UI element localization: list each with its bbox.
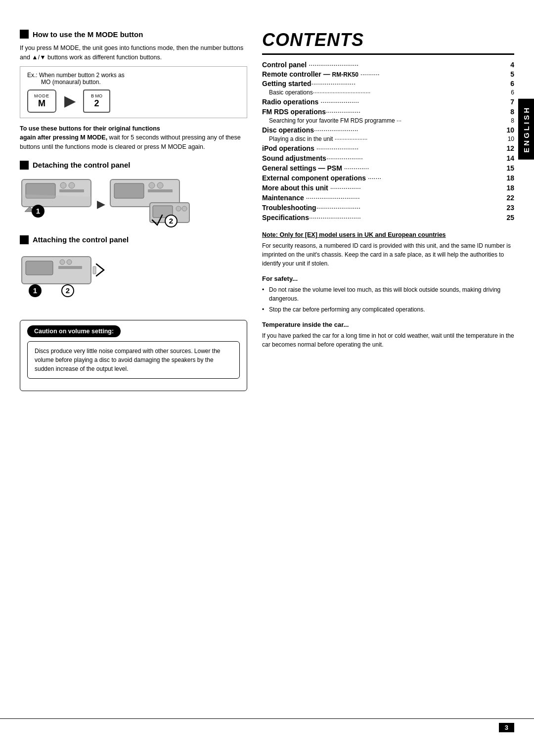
safety-title: For safety... <box>262 275 514 282</box>
safety-item-2: Stop the car before performing any compl… <box>262 305 514 314</box>
toc-page-fmrds-sub: 8 <box>511 117 514 124</box>
toc-page-maintenance: 22 <box>506 194 514 202</box>
page-number-bar: 3 <box>0 718 534 736</box>
toc-entry-external: External component operations ······· 18 <box>262 174 514 182</box>
toc-label-control-panel: Control panel ·························· <box>262 61 358 69</box>
temperature-section: Temperature inside the car... If you hav… <box>262 321 514 349</box>
mode-label: MODE <box>34 93 49 98</box>
toc-label-external: External component operations ······· <box>262 174 381 182</box>
english-sidebar: ENGLISH <box>518 99 534 160</box>
toc-label-radio: Radio operations ···················· <box>262 98 359 106</box>
detach-heading: Detaching the control panel <box>33 161 131 169</box>
svg-point-4 <box>69 182 75 188</box>
toc-label-more: More about this unit ················ <box>262 184 361 192</box>
toc-entry-specs: Specifications··························… <box>262 214 514 222</box>
svg-point-18 <box>67 260 72 265</box>
mmode-diagram: MODE M ▶ B MO 2 <box>27 89 240 113</box>
toc-label-basic-ops: Basic operations························… <box>262 89 370 96</box>
english-label: ENGLISH <box>522 106 531 153</box>
toc-entry-ipod: iPod operations ······················ 1… <box>262 144 514 152</box>
toc-entry-more: More about this unit ················ 18 <box>262 184 514 192</box>
toc-label-troubleshooting: Troubleshooting······················· <box>262 204 360 212</box>
toc-page-external: 18 <box>506 174 514 182</box>
toc-entry-troubleshooting: Troubleshooting······················· 2… <box>262 204 514 212</box>
toc-label-general: General settings — PSM ············· <box>262 164 369 172</box>
toc-page-more: 18 <box>506 184 514 192</box>
toc-entry-remote: Remote controller — RM-RK50 ·········· 5 <box>262 70 514 78</box>
toc-page-specs: 25 <box>506 214 514 222</box>
svg-rect-16 <box>58 266 82 269</box>
attach-step2: 2 <box>61 284 74 297</box>
svg-rect-2 <box>59 189 84 192</box>
toc-page-fmrds: 8 <box>510 108 514 116</box>
toc-entry-disc-sub: Playing a disc in the unit ·············… <box>262 135 514 142</box>
toc-label-sound: Sound adjustments··················· <box>262 154 363 162</box>
toc-label-maintenance: Maintenance ···························· <box>262 194 360 202</box>
toc-entry-getting-started: Getting started······················· 6 <box>262 80 514 88</box>
page-container: How to use the M MODE button If you pres… <box>0 0 534 756</box>
toc-page-radio: 7 <box>510 98 514 106</box>
toc-page-general: 15 <box>506 164 514 172</box>
attach-section: Attaching the control panel <box>20 235 247 295</box>
note-text: For security reasons, a numbered ID card… <box>262 241 514 268</box>
svg-rect-7 <box>148 189 173 192</box>
toc-label-disc: Disc operations······················· <box>262 126 358 134</box>
svg-point-12 <box>176 206 181 211</box>
mode-letter: M <box>38 98 45 109</box>
mmode-description: If you press M MODE, the unit goes into … <box>20 44 247 62</box>
safety-section: For safety... Do not raise the volume le… <box>262 275 514 314</box>
attach-section-title: Attaching the control panel <box>20 235 247 244</box>
toc-entry-general: General settings — PSM ············· 15 <box>262 164 514 172</box>
toc-label-ipod: iPod operations ······················ <box>262 144 358 152</box>
mode-button: MODE M <box>27 89 56 113</box>
toc-page-remote: 5 <box>510 70 514 78</box>
svg-rect-19 <box>93 267 96 274</box>
toc-page-troubleshooting: 23 <box>506 204 514 212</box>
contents-title: CONTENTS <box>262 30 514 55</box>
mmode-section: How to use the M MODE button If you pres… <box>20 30 247 152</box>
example-detail: MO (monaural) button. <box>27 79 101 86</box>
mmode-icon <box>20 30 29 39</box>
toc-entry-radio: Radio operations ···················· 7 <box>262 98 514 106</box>
detach-section: Detaching the control panel <box>20 161 247 216</box>
page-number: 3 <box>499 723 514 732</box>
svg-point-17 <box>60 260 65 265</box>
caution-text: Discs produce very little noise compared… <box>27 341 240 379</box>
attach-steps: 1 2 <box>29 284 74 297</box>
num2-box: B MO 2 <box>83 89 110 113</box>
safety-list: Do not raise the volume level too much, … <box>262 285 514 314</box>
num2-value: 2 <box>94 98 99 109</box>
mmode-bold-text: To use these buttons for their original … <box>20 124 247 152</box>
toc-label-fmrds-sub: Searching for your favorite FM RDS progr… <box>262 117 401 124</box>
safety-item-1: Do not raise the volume level too much, … <box>262 285 514 303</box>
detach-arrow-down <box>150 213 165 227</box>
mmode-example-box: Ex.: When number button 2 works as MO (m… <box>20 66 247 118</box>
svg-point-8 <box>149 182 155 188</box>
caution-section-wrapper: Caution on volume setting: Discs produce… <box>20 320 247 391</box>
arrow-icon: ▶ <box>64 93 75 109</box>
toc-page-disc: 10 <box>506 126 514 134</box>
detach-icon <box>20 161 29 170</box>
toc-page-ipod: 12 <box>506 144 514 152</box>
detach-step1: 1 <box>32 205 44 218</box>
toc-entry-disc: Disc operations······················· 1… <box>262 126 514 134</box>
main-content: How to use the M MODE button If you pres… <box>0 20 534 718</box>
detach-device-1 <box>20 175 94 214</box>
toc-label-specs: Specifications··························… <box>262 214 361 222</box>
toc-page-disc-sub: 10 <box>508 135 514 142</box>
toc-page-control-panel: 4 <box>510 61 514 69</box>
detach-diagram: 1 ▶ <box>20 175 247 216</box>
caution-section: Caution on volume setting: Discs produce… <box>20 320 247 391</box>
mmode-heading: How to use the M MODE button <box>33 30 143 39</box>
svg-rect-6 <box>114 183 144 198</box>
toc-page-getting-started: 6 <box>510 80 514 88</box>
attach-diagram: 1 2 <box>20 249 247 295</box>
toc-label-disc-sub: Playing a disc in the unit ·············… <box>262 135 367 142</box>
toc-label-fmrds: FM RDS operations·················· <box>262 108 360 116</box>
toc-entry-maintenance: Maintenance ····························… <box>262 194 514 202</box>
note-title: Note: Only for [EX] model users in UK an… <box>262 231 514 238</box>
toc-entry-sound: Sound adjustments··················· 14 <box>262 154 514 162</box>
mmode-section-title: How to use the M MODE button <box>20 30 247 39</box>
toc-page-basic-ops: 6 <box>511 89 514 96</box>
note-section: Note: Only for [EX] model users in UK an… <box>262 231 514 268</box>
